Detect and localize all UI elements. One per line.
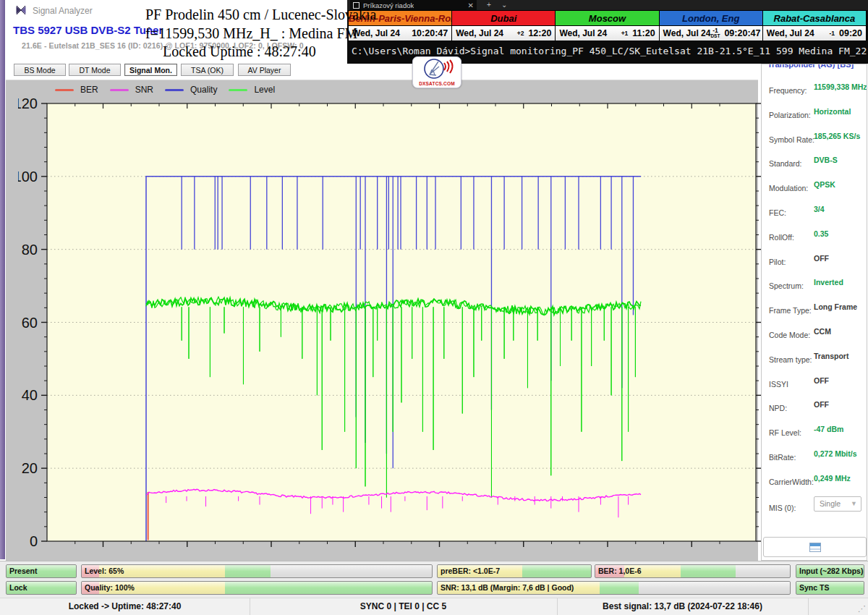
bar-preber: preBER: <1.0E-7	[437, 564, 592, 578]
clock-datetime: Wed, Jul 24-109:20	[763, 26, 866, 41]
transponder-label: Frequency:	[769, 86, 807, 95]
clock-london-eng: London, EngWed, Jul 24-1DST09:20:47	[659, 11, 762, 41]
transponder-label: Polarization:	[769, 111, 811, 119]
transponder-value: 3/4	[814, 205, 825, 213]
tab-tsa-ok[interactable]: TSA (OK)	[181, 64, 234, 76]
app-logo-icon	[15, 4, 27, 16]
bar-quality: Quality: 100%	[81, 581, 433, 595]
legend-swatch-snr	[110, 89, 129, 91]
bar-label: Present	[9, 565, 38, 577]
transponder-row-rf-level: RF Level:-47 dBm	[769, 425, 863, 436]
signal-analyzer-app: Signal Analyzer TBS 5927 USB DVB-S2 Tune…	[0, 0, 868, 615]
bar-label: SNR: 13,1 dB (Margin: 7,6 dB | Good)	[441, 582, 574, 594]
bar-input-282-kbps: Input (~282 Kbps)	[796, 564, 864, 578]
transponder-value: OFF	[814, 376, 829, 385]
transponder-row-frame-type: Frame Type:Long Frame	[769, 303, 863, 313]
list-icon	[809, 543, 821, 552]
mis-row: MIS (0): Single ▼	[769, 501, 796, 514]
transponder-label: Symbol Rate:	[769, 135, 814, 144]
clock-time: 11:20	[632, 28, 655, 38]
clock-city-name: London, Eng	[660, 11, 762, 26]
terminal-tab-bar: Príkazový riadok ✕ + ⌄	[347, 0, 868, 10]
status-sync-counters: SYNC 0 | TEI 0 | CC 5	[250, 598, 558, 615]
resize-grip[interactable]: ⋰	[858, 604, 865, 614]
y-axis-label: 60	[22, 315, 38, 331]
transponder-panel-title: Transponder (AG) [BS]	[767, 64, 854, 69]
bar-label: preBER: <1.0E-7	[441, 565, 500, 577]
bar-present: Present	[6, 564, 77, 578]
overlay-frequency-service: f=11599,530 MHz_H_ : Medina FM	[145, 25, 357, 42]
tab-dt-mode[interactable]: DT Mode	[69, 64, 121, 76]
clock-moscow: MoscowWed, Jul 24+111:20	[555, 11, 658, 41]
window-title: Signal Analyzer	[33, 6, 93, 16]
bar-label: BER: 1,0E-6	[598, 565, 642, 577]
clock-date: Wed, Jul 24	[663, 28, 711, 38]
transponder-value: OFF	[814, 254, 829, 263]
clock-date: Wed, Jul 24	[352, 28, 400, 38]
clock-time: 12:20	[528, 28, 551, 38]
transponder-value: 11599,338 MHz	[814, 82, 867, 91]
dxsatcs-logo: DXSATCS.COM	[412, 56, 461, 88]
terminal-tab-dropdown-icon[interactable]: ⌄	[501, 0, 507, 10]
transponder-value: CCM	[814, 327, 831, 336]
transponder-label: FEC:	[769, 208, 786, 217]
clock-rabat-casablanca: Rabat-CasablancaWed, Jul 24-109:20	[762, 11, 866, 41]
transponder-label: ISSYI	[769, 380, 788, 389]
clock-city-name: Dubai	[452, 11, 555, 26]
signal-chart-panel: BERSNRQualityLevel 020406080100120	[6, 80, 758, 561]
dxsatcs-logo-text: DXSATCS.COM	[413, 81, 461, 86]
legend-swatch-ber	[55, 89, 74, 91]
transponder-label: NPD:	[769, 404, 787, 412]
tab-signal-mon[interactable]: Signal Mon.	[124, 64, 177, 76]
clock-date: Wed, Jul 24	[456, 28, 503, 38]
signal-chart: 020406080100120	[18, 93, 763, 556]
clock-time: 09:20	[839, 28, 862, 38]
transponder-label: Code Mode:	[769, 331, 810, 339]
terminal-tab-close-icon[interactable]: ✕	[468, 1, 474, 9]
bar-lock: Lock	[6, 581, 77, 595]
transponder-value: Transport	[814, 352, 848, 360]
transponder-label: Pilot:	[769, 258, 786, 266]
legend-swatch-level	[229, 89, 247, 91]
transponder-label: Frame Type:	[769, 306, 812, 315]
clock-city-name: Rabat-Casablanca	[763, 11, 866, 26]
transponder-row-issyi: ISSYIOFF	[769, 377, 863, 387]
tab-av-player[interactable]: AV Player	[238, 64, 291, 76]
bar-label: Input (~282 Kbps)	[799, 565, 863, 577]
transponder-value: QPSK	[814, 180, 835, 189]
mis-select[interactable]: Single ▼	[814, 496, 861, 512]
panel-action-button[interactable]	[763, 537, 867, 557]
background-window-edge	[0, 0, 5, 559]
y-axis-label: 120	[18, 96, 38, 111]
clock-utc-offset: -1DST	[710, 28, 720, 38]
transponder-value: 0.35	[814, 229, 828, 238]
transponder-label: RF Level:	[769, 428, 801, 437]
tab-bs-mode[interactable]: BS Mode	[14, 64, 66, 76]
transponder-info-panel: Transponder (AG) [BS] Frequency:11599,33…	[761, 64, 867, 561]
bar-level: Level: 65%	[81, 564, 433, 578]
terminal-new-tab-button[interactable]: +	[487, 0, 491, 10]
transponder-label: RollOff:	[769, 233, 794, 242]
clock-datetime: Wed, Jul 24-1DST09:20:47	[660, 26, 762, 41]
transponder-row-standard: Standard:DVB-S	[769, 156, 863, 166]
overlay-locked-uptime: Locked Uptime : 48:27:40	[163, 43, 316, 60]
clock-utc-offset: -1	[829, 31, 835, 36]
mode-tabs-row: BS ModeDT ModeSignal Mon.TSA (OK)AV Play…	[5, 62, 347, 78]
y-axis-label: 40	[22, 387, 38, 403]
clock-time: 10:20:47	[412, 28, 448, 38]
bar-label: Quality: 100%	[85, 582, 135, 594]
transponder-value: Long Frame	[814, 302, 857, 311]
transponder-row-spectrum: Spectrum:Inverted	[769, 279, 863, 289]
clock-dubai: DubaiWed, Jul 24+212:20	[451, 11, 555, 41]
transponder-label: Standard:	[769, 159, 802, 168]
clock-date: Wed, Jul 24	[767, 28, 814, 38]
transponder-value: Inverted	[814, 278, 843, 287]
legend-swatch-quality	[165, 89, 184, 91]
mis-selected-value: Single	[820, 499, 841, 508]
transponder-label: Stream type:	[769, 355, 812, 364]
satellite-dish-icon	[414, 57, 460, 80]
bar-ber: BER: 1,0E-6	[595, 564, 791, 578]
transponder-row-rolloff: RollOff:0.35	[769, 230, 863, 240]
transponder-value: -47 dBm	[814, 425, 843, 433]
overlay-dish-location: PF Prodelin 450 cm / Lucenec-Slovakia	[145, 7, 376, 23]
